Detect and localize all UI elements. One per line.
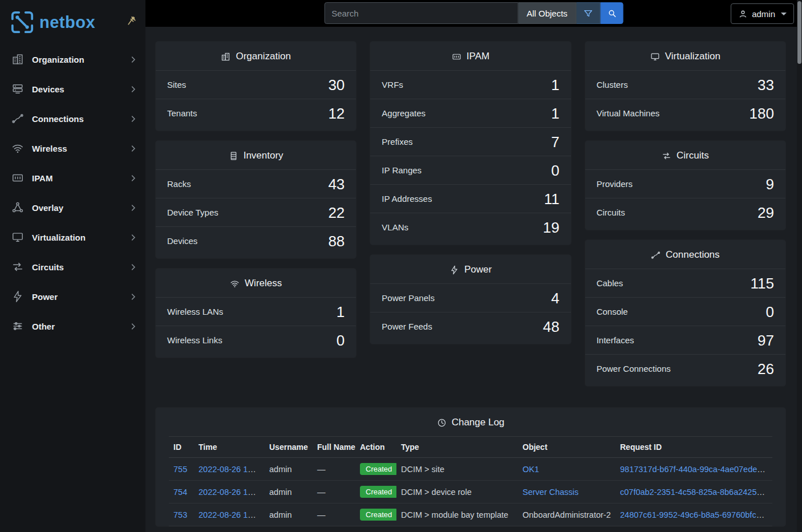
stat-link-console[interactable]: Console <box>597 307 628 316</box>
transfer-icon <box>662 151 671 161</box>
changelog-request-id-link[interactable]: 24807c61-9952-49c6-b8a5-69760bfcc4b3 <box>620 510 772 519</box>
stat-link-vlans[interactable]: VLANs <box>382 222 408 232</box>
changelog-time-link[interactable]: 2022-08-26 14:17 <box>199 488 264 497</box>
stat-link-racks[interactable]: Racks <box>167 179 191 189</box>
stat-row: IP Ranges 0 <box>370 156 570 184</box>
sidebar-item-overlay[interactable]: Overlay <box>0 193 145 222</box>
stat-link-device-types[interactable]: Device Types <box>167 208 218 217</box>
scrollbar-thumb[interactable] <box>797 1 801 64</box>
changelog-username: admin <box>265 481 313 503</box>
stat-value-tenants: 12 <box>328 106 345 121</box>
chevron-right-icon <box>129 233 137 242</box>
sidebar-item-wireless[interactable]: Wireless <box>0 133 145 163</box>
stat-row: VLANs 19 <box>370 213 570 241</box>
stat-link-tenants[interactable]: Tenants <box>167 108 197 118</box>
sliders-icon <box>11 320 24 332</box>
changelog-time-link[interactable]: 2022-08-26 14:22 <box>199 465 264 474</box>
lightning-icon <box>11 290 24 303</box>
sidebar-item-organization[interactable]: Organization <box>0 44 145 74</box>
sidebar-item-virtualization[interactable]: Virtualization <box>0 222 145 252</box>
changelog-time-link[interactable]: 2022-08-26 14:15 <box>199 510 264 519</box>
brand-wordmark: netbox <box>39 13 95 32</box>
stat-value-power-panels: 4 <box>551 291 559 306</box>
action-badge: Created <box>360 463 396 475</box>
stat-row: Console 0 <box>585 297 785 326</box>
stat-link-cables[interactable]: Cables <box>597 278 623 288</box>
connections-card: Connections Cables 115 Console 0 Interfa… <box>585 240 785 386</box>
netbox-logo-icon <box>10 10 34 34</box>
search-submit-button[interactable] <box>601 2 623 24</box>
changelog-row: 755 2022-08-26 14:22 admin — Created DCI… <box>169 458 772 481</box>
stat-value-clusters: 33 <box>758 78 774 92</box>
sidebar-item-devices[interactable]: Devices <box>0 74 145 104</box>
stat-link-circuits[interactable]: Circuits <box>597 208 625 217</box>
page-scrollbar[interactable] <box>797 0 802 532</box>
changelog-username: admin <box>265 503 313 526</box>
changelog-id-link[interactable]: 754 <box>173 488 187 497</box>
caret-down-icon <box>781 13 787 15</box>
sidebar-item-power[interactable]: Power <box>0 282 145 311</box>
sidebar-item-label: IPAM <box>32 173 129 183</box>
stat-link-prefixes[interactable]: Prefixes <box>382 137 412 147</box>
stat-row: Aggregates 1 <box>370 99 570 127</box>
stat-row: Wireless LANs 1 <box>156 297 356 326</box>
stat-link-providers[interactable]: Providers <box>597 179 633 189</box>
stats-column-1: Organization Sites 30 Tenants 12 <box>156 42 356 358</box>
chevron-right-icon <box>129 85 137 94</box>
card-header: Organization <box>156 42 356 70</box>
changelog-object-link[interactable]: OK1 <box>522 465 539 474</box>
stat-link-power-connections[interactable]: Power Connections <box>597 364 671 373</box>
changelog-id-link[interactable]: 753 <box>173 510 187 519</box>
stat-link-ip-ranges[interactable]: IP Ranges <box>382 165 422 175</box>
user-menu-button[interactable]: admin <box>731 3 794 24</box>
stat-row: Wireless Links 0 <box>156 326 356 354</box>
changelog-id-link[interactable]: 755 <box>173 465 187 474</box>
stat-link-devices[interactable]: Devices <box>167 236 197 246</box>
stat-value-power-connections: 26 <box>758 362 774 376</box>
changelog-header-row: ID Time Username Full Name Action Type O… <box>169 437 772 458</box>
stat-row: Power Feeds 48 <box>370 312 570 340</box>
object-type-dropdown[interactable]: All Objects <box>518 2 577 24</box>
stat-link-wireless-lans[interactable]: Wireless LANs <box>167 307 223 316</box>
changelog-request-id-link[interactable]: c07f0ab2-2351-4c58-825a-8b6a2425a1ab <box>620 488 772 497</box>
stat-row: Tenants 12 <box>156 99 356 127</box>
stat-link-clusters[interactable]: Clusters <box>597 80 628 90</box>
sidebar-pin-icon[interactable] <box>126 15 137 26</box>
sidebar-item-circuits[interactable]: Circuits <box>0 252 145 282</box>
col-header-username: Username <box>265 437 313 458</box>
stat-link-power-panels[interactable]: Power Panels <box>382 293 435 303</box>
organization-card: Organization Sites 30 Tenants 12 <box>156 42 356 131</box>
stat-row: Virtual Machines 180 <box>585 99 785 127</box>
stat-link-sites[interactable]: Sites <box>167 80 186 90</box>
filter-button[interactable] <box>577 2 601 24</box>
search-group: All Objects <box>324 2 623 24</box>
card-header: Power <box>370 255 570 283</box>
card-title: Change Log <box>452 417 505 428</box>
sidebar-item-label: Overlay <box>32 203 129 213</box>
changelog-table: ID Time Username Full Name Action Type O… <box>169 436 772 526</box>
topbar: All Objects admin <box>145 0 802 27</box>
stat-link-aggregates[interactable]: Aggregates <box>382 108 426 118</box>
stat-row: Power Panels 4 <box>370 283 570 312</box>
card-header: Wireless <box>156 269 356 297</box>
changelog-object-link[interactable]: Server Chassis <box>522 488 578 497</box>
chevron-right-icon <box>129 115 137 123</box>
chevron-right-icon <box>129 293 137 301</box>
stat-row: Sites 30 <box>156 70 356 99</box>
changelog-request-id-link[interactable]: 9817317d-b67f-440a-99ca-4ae07ede94df <box>620 465 772 474</box>
stat-link-wireless-links[interactable]: Wireless Links <box>167 335 222 345</box>
rack-icon <box>229 151 238 161</box>
stat-link-interfaces[interactable]: Interfaces <box>597 335 634 345</box>
sidebar-item-ipam[interactable]: IPAM <box>0 163 145 193</box>
stat-link-vrfs[interactable]: VRFs <box>382 80 403 90</box>
wifi-icon <box>11 142 24 155</box>
sidebar-item-connections[interactable]: Connections <box>0 104 145 133</box>
sidebar-item-other[interactable]: Other <box>0 311 145 341</box>
stat-link-virtual-machines[interactable]: Virtual Machines <box>597 108 660 118</box>
search-input[interactable] <box>324 2 518 24</box>
lightning-icon <box>449 265 459 275</box>
stat-link-ip-addresses[interactable]: IP Addresses <box>382 194 432 204</box>
stat-link-power-feeds[interactable]: Power Feeds <box>382 322 432 331</box>
cable-icon <box>11 112 24 125</box>
card-header: Change Log <box>156 408 785 436</box>
